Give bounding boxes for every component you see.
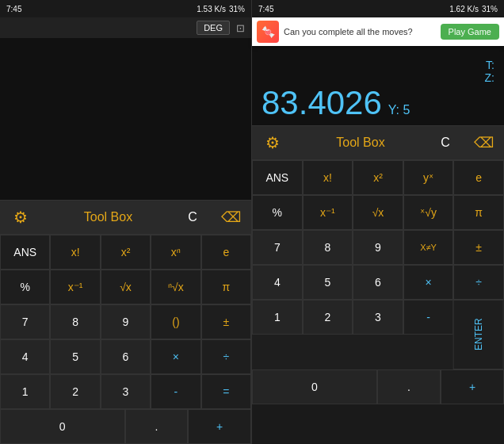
right-key-ypower[interactable]: yˣ: [403, 160, 454, 195]
right-row-2: % x⁻¹ √x ˣ√y π: [252, 195, 504, 230]
left-keypad: ANS x! x² xⁿ e % x⁻¹ √x ⁿ√x π 7 8 9 () ±…: [0, 235, 251, 444]
right-key-dot[interactable]: .: [377, 369, 441, 404]
left-display: [0, 38, 251, 200]
right-speed: 1.62 K/s: [449, 5, 479, 13]
left-backspace-icon: ⌫: [221, 209, 241, 226]
right-key-e[interactable]: e: [453, 160, 504, 195]
right-key-8[interactable]: 8: [303, 230, 353, 265]
right-key-xrooty[interactable]: ˣ√y: [403, 195, 454, 230]
notification-text: Can you complete all the moves?: [284, 27, 436, 36]
left-row-1: ANS x! x² xⁿ e: [0, 235, 251, 270]
right-key-6[interactable]: 6: [353, 265, 403, 300]
right-gear-button[interactable]: ⚙: [252, 133, 293, 152]
display-main-value: 83.4026 Y: 5: [262, 84, 494, 122]
right-key-0[interactable]: 0: [252, 369, 377, 404]
right-time: 7:45: [258, 5, 273, 13]
display-y: Y: 5: [388, 103, 410, 117]
left-status-right: 1.53 K/s 31%: [197, 5, 245, 13]
left-key-minus[interactable]: -: [151, 374, 200, 409]
left-key-square[interactable]: x²: [101, 235, 151, 270]
right-backspace-button[interactable]: ⌫: [463, 134, 504, 151]
right-key-xneqy[interactable]: X≠Y: [403, 230, 454, 265]
left-time: 7:45: [6, 5, 21, 13]
right-key-inverse[interactable]: x⁻¹: [303, 195, 353, 230]
left-key-e[interactable]: e: [201, 235, 251, 270]
left-key-2[interactable]: 2: [50, 374, 100, 409]
left-key-nthroot[interactable]: ⁿ√x: [151, 270, 200, 304]
right-keypad: ANS x! x² yˣ e % x⁻¹ √x ˣ√y π 7 8 9 X≠Y …: [252, 160, 504, 404]
right-key-2[interactable]: 2: [303, 300, 353, 335]
notification-app-icon: 🍬: [257, 21, 279, 43]
left-key-pi[interactable]: π: [201, 270, 251, 304]
right-status-bar: 7:45 1.62 K/s 31%: [252, 0, 504, 17]
right-key-ans[interactable]: ANS: [252, 160, 303, 195]
left-key-equals[interactable]: =: [201, 374, 251, 409]
right-key-square[interactable]: x²: [353, 160, 403, 195]
left-key-5[interactable]: 5: [50, 339, 100, 374]
right-key-percent[interactable]: %: [252, 195, 303, 230]
right-key-plus[interactable]: +: [441, 369, 504, 404]
left-key-8[interactable]: 8: [50, 304, 100, 339]
display-t: T:: [262, 59, 494, 71]
left-row-5: 1 2 3 - =: [0, 374, 251, 409]
right-key-divide[interactable]: ÷: [453, 265, 504, 300]
left-key-multiply[interactable]: ×: [151, 339, 200, 374]
left-screen-icon: ⊡: [236, 22, 245, 34]
right-key-minus[interactable]: -: [403, 300, 454, 335]
left-key-1[interactable]: 1: [0, 374, 50, 409]
left-deg-bar: DEG ⊡: [0, 17, 251, 38]
right-calculator-panel: 7:45 1.62 K/s 31% 🍬 Can you complete all…: [252, 0, 504, 444]
left-row-2: % x⁻¹ √x ⁿ√x π: [0, 270, 251, 304]
right-key-5[interactable]: 5: [303, 265, 353, 300]
right-key-enter[interactable]: ENTER: [453, 300, 504, 369]
right-key-multiply[interactable]: ×: [403, 265, 454, 300]
notification-play-button[interactable]: Play Game: [441, 24, 499, 40]
right-key-sqrt[interactable]: √x: [353, 195, 403, 230]
left-row-4: 4 5 6 × ÷: [0, 339, 251, 374]
right-row-3: 7 8 9 X≠Y ±: [252, 230, 504, 265]
notification-banner[interactable]: 🍬 Can you complete all the moves? Play G…: [252, 17, 504, 46]
left-key-plusminus[interactable]: ±: [201, 304, 251, 339]
right-row-6: 0 . +: [252, 369, 504, 404]
right-toolbox-button[interactable]: Tool Box: [293, 136, 428, 150]
left-backspace-button[interactable]: ⌫: [210, 209, 251, 226]
right-key-factorial[interactable]: x!: [303, 160, 353, 195]
left-key-factorial[interactable]: x!: [50, 235, 100, 270]
left-key-paren[interactable]: (): [151, 304, 200, 339]
left-gear-button[interactable]: ⚙: [0, 208, 41, 227]
left-key-6[interactable]: 6: [101, 339, 151, 374]
left-battery: 31%: [229, 5, 245, 13]
right-key-3[interactable]: 3: [353, 300, 403, 335]
right-key-pi[interactable]: π: [453, 195, 504, 230]
left-key-inverse[interactable]: x⁻¹: [50, 270, 100, 304]
right-key-4[interactable]: 4: [252, 265, 303, 300]
left-key-divide[interactable]: ÷: [201, 339, 251, 374]
left-row-3: 7 8 9 () ±: [0, 304, 251, 339]
left-key-power[interactable]: xⁿ: [151, 235, 200, 270]
left-key-percent[interactable]: %: [0, 270, 50, 304]
left-gear-icon: ⚙: [13, 208, 28, 227]
right-key-1[interactable]: 1: [252, 300, 303, 335]
display-number: 83.4026: [262, 84, 382, 122]
left-key-0[interactable]: 0: [0, 409, 125, 444]
left-key-9[interactable]: 9: [101, 304, 151, 339]
right-key-plusminus[interactable]: ±: [453, 230, 504, 265]
left-toolbox-button[interactable]: Tool Box: [41, 210, 175, 224]
right-row-4: 4 5 6 × ÷: [252, 265, 504, 300]
left-key-dot[interactable]: .: [125, 409, 189, 444]
left-deg-button[interactable]: DEG: [197, 21, 230, 35]
right-c-button[interactable]: C: [428, 136, 463, 150]
left-key-3[interactable]: 3: [101, 374, 151, 409]
right-key-9[interactable]: 9: [353, 230, 403, 265]
left-key-ans[interactable]: ANS: [0, 235, 50, 270]
left-key-sqrt[interactable]: √x: [101, 270, 151, 304]
display-z: Z:: [262, 71, 494, 84]
right-backspace-icon: ⌫: [474, 134, 494, 151]
left-key-4[interactable]: 4: [0, 339, 50, 374]
right-row-5: 1 2 3 - ENTER: [252, 300, 504, 369]
left-key-7[interactable]: 7: [0, 304, 50, 339]
left-toolbar: ⚙ Tool Box C ⌫: [0, 200, 251, 235]
right-key-7[interactable]: 7: [252, 230, 303, 265]
left-key-plus[interactable]: +: [188, 409, 251, 444]
left-c-button[interactable]: C: [175, 210, 210, 224]
